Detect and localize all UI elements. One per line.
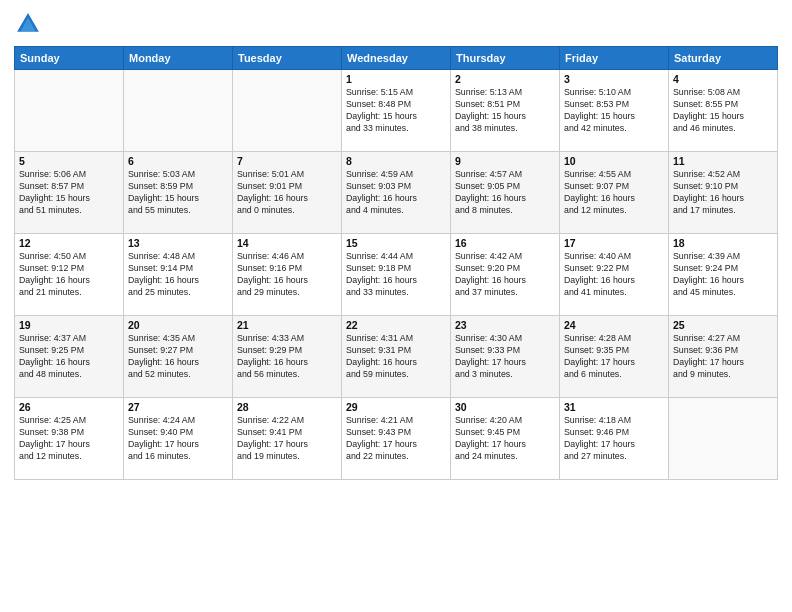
day-info: Sunrise: 4:42 AM Sunset: 9:20 PM Dayligh… [455, 251, 555, 299]
day-info: Sunrise: 4:57 AM Sunset: 9:05 PM Dayligh… [455, 169, 555, 217]
calendar-cell: 7Sunrise: 5:01 AM Sunset: 9:01 PM Daylig… [233, 152, 342, 234]
day-info: Sunrise: 4:33 AM Sunset: 9:29 PM Dayligh… [237, 333, 337, 381]
day-info: Sunrise: 4:52 AM Sunset: 9:10 PM Dayligh… [673, 169, 773, 217]
day-number: 14 [237, 237, 337, 249]
day-number: 23 [455, 319, 555, 331]
calendar-cell: 4Sunrise: 5:08 AM Sunset: 8:55 PM Daylig… [669, 70, 778, 152]
day-number: 2 [455, 73, 555, 85]
calendar-cell: 15Sunrise: 4:44 AM Sunset: 9:18 PM Dayli… [342, 234, 451, 316]
calendar-cell: 18Sunrise: 4:39 AM Sunset: 9:24 PM Dayli… [669, 234, 778, 316]
col-header-friday: Friday [560, 47, 669, 70]
col-header-monday: Monday [124, 47, 233, 70]
day-number: 31 [564, 401, 664, 413]
week-row-3: 19Sunrise: 4:37 AM Sunset: 9:25 PM Dayli… [15, 316, 778, 398]
day-number: 30 [455, 401, 555, 413]
day-info: Sunrise: 4:55 AM Sunset: 9:07 PM Dayligh… [564, 169, 664, 217]
calendar-cell: 29Sunrise: 4:21 AM Sunset: 9:43 PM Dayli… [342, 398, 451, 480]
day-info: Sunrise: 5:13 AM Sunset: 8:51 PM Dayligh… [455, 87, 555, 135]
day-number: 8 [346, 155, 446, 167]
calendar-cell: 30Sunrise: 4:20 AM Sunset: 9:45 PM Dayli… [451, 398, 560, 480]
calendar-cell: 24Sunrise: 4:28 AM Sunset: 9:35 PM Dayli… [560, 316, 669, 398]
calendar-cell: 20Sunrise: 4:35 AM Sunset: 9:27 PM Dayli… [124, 316, 233, 398]
col-header-wednesday: Wednesday [342, 47, 451, 70]
calendar-cell: 9Sunrise: 4:57 AM Sunset: 9:05 PM Daylig… [451, 152, 560, 234]
day-info: Sunrise: 4:59 AM Sunset: 9:03 PM Dayligh… [346, 169, 446, 217]
day-info: Sunrise: 5:15 AM Sunset: 8:48 PM Dayligh… [346, 87, 446, 135]
calendar-cell: 31Sunrise: 4:18 AM Sunset: 9:46 PM Dayli… [560, 398, 669, 480]
day-number: 29 [346, 401, 446, 413]
day-number: 6 [128, 155, 228, 167]
calendar-cell: 1Sunrise: 5:15 AM Sunset: 8:48 PM Daylig… [342, 70, 451, 152]
calendar-cell: 28Sunrise: 4:22 AM Sunset: 9:41 PM Dayli… [233, 398, 342, 480]
day-number: 11 [673, 155, 773, 167]
day-number: 9 [455, 155, 555, 167]
week-row-0: 1Sunrise: 5:15 AM Sunset: 8:48 PM Daylig… [15, 70, 778, 152]
calendar-cell [15, 70, 124, 152]
day-info: Sunrise: 4:31 AM Sunset: 9:31 PM Dayligh… [346, 333, 446, 381]
calendar-cell: 5Sunrise: 5:06 AM Sunset: 8:57 PM Daylig… [15, 152, 124, 234]
day-info: Sunrise: 5:03 AM Sunset: 8:59 PM Dayligh… [128, 169, 228, 217]
day-number: 13 [128, 237, 228, 249]
day-number: 7 [237, 155, 337, 167]
day-info: Sunrise: 4:18 AM Sunset: 9:46 PM Dayligh… [564, 415, 664, 463]
calendar-cell: 23Sunrise: 4:30 AM Sunset: 9:33 PM Dayli… [451, 316, 560, 398]
day-info: Sunrise: 4:40 AM Sunset: 9:22 PM Dayligh… [564, 251, 664, 299]
day-number: 28 [237, 401, 337, 413]
day-info: Sunrise: 5:08 AM Sunset: 8:55 PM Dayligh… [673, 87, 773, 135]
calendar-cell: 19Sunrise: 4:37 AM Sunset: 9:25 PM Dayli… [15, 316, 124, 398]
day-info: Sunrise: 5:06 AM Sunset: 8:57 PM Dayligh… [19, 169, 119, 217]
col-header-thursday: Thursday [451, 47, 560, 70]
col-header-tuesday: Tuesday [233, 47, 342, 70]
calendar-cell: 10Sunrise: 4:55 AM Sunset: 9:07 PM Dayli… [560, 152, 669, 234]
day-number: 10 [564, 155, 664, 167]
day-info: Sunrise: 4:35 AM Sunset: 9:27 PM Dayligh… [128, 333, 228, 381]
day-info: Sunrise: 4:37 AM Sunset: 9:25 PM Dayligh… [19, 333, 119, 381]
day-number: 3 [564, 73, 664, 85]
day-number: 1 [346, 73, 446, 85]
day-number: 26 [19, 401, 119, 413]
day-info: Sunrise: 4:30 AM Sunset: 9:33 PM Dayligh… [455, 333, 555, 381]
day-info: Sunrise: 4:44 AM Sunset: 9:18 PM Dayligh… [346, 251, 446, 299]
col-header-saturday: Saturday [669, 47, 778, 70]
calendar-cell [669, 398, 778, 480]
week-row-2: 12Sunrise: 4:50 AM Sunset: 9:12 PM Dayli… [15, 234, 778, 316]
calendar-cell: 26Sunrise: 4:25 AM Sunset: 9:38 PM Dayli… [15, 398, 124, 480]
day-info: Sunrise: 5:01 AM Sunset: 9:01 PM Dayligh… [237, 169, 337, 217]
calendar-cell: 11Sunrise: 4:52 AM Sunset: 9:10 PM Dayli… [669, 152, 778, 234]
calendar-table: SundayMondayTuesdayWednesdayThursdayFrid… [14, 46, 778, 480]
day-number: 22 [346, 319, 446, 331]
calendar-cell: 12Sunrise: 4:50 AM Sunset: 9:12 PM Dayli… [15, 234, 124, 316]
day-number: 25 [673, 319, 773, 331]
day-number: 17 [564, 237, 664, 249]
week-row-1: 5Sunrise: 5:06 AM Sunset: 8:57 PM Daylig… [15, 152, 778, 234]
day-number: 16 [455, 237, 555, 249]
day-number: 27 [128, 401, 228, 413]
calendar-cell: 8Sunrise: 4:59 AM Sunset: 9:03 PM Daylig… [342, 152, 451, 234]
calendar-cell [233, 70, 342, 152]
day-info: Sunrise: 4:50 AM Sunset: 9:12 PM Dayligh… [19, 251, 119, 299]
day-info: Sunrise: 4:39 AM Sunset: 9:24 PM Dayligh… [673, 251, 773, 299]
day-number: 24 [564, 319, 664, 331]
page: SundayMondayTuesdayWednesdayThursdayFrid… [0, 0, 792, 612]
day-info: Sunrise: 4:24 AM Sunset: 9:40 PM Dayligh… [128, 415, 228, 463]
calendar-cell: 25Sunrise: 4:27 AM Sunset: 9:36 PM Dayli… [669, 316, 778, 398]
day-number: 4 [673, 73, 773, 85]
calendar-cell: 21Sunrise: 4:33 AM Sunset: 9:29 PM Dayli… [233, 316, 342, 398]
calendar-cell: 27Sunrise: 4:24 AM Sunset: 9:40 PM Dayli… [124, 398, 233, 480]
calendar-cell: 14Sunrise: 4:46 AM Sunset: 9:16 PM Dayli… [233, 234, 342, 316]
day-number: 19 [19, 319, 119, 331]
calendar-cell: 13Sunrise: 4:48 AM Sunset: 9:14 PM Dayli… [124, 234, 233, 316]
day-info: Sunrise: 4:28 AM Sunset: 9:35 PM Dayligh… [564, 333, 664, 381]
header [14, 10, 778, 38]
day-number: 12 [19, 237, 119, 249]
calendar-cell: 17Sunrise: 4:40 AM Sunset: 9:22 PM Dayli… [560, 234, 669, 316]
day-number: 5 [19, 155, 119, 167]
day-info: Sunrise: 4:25 AM Sunset: 9:38 PM Dayligh… [19, 415, 119, 463]
day-info: Sunrise: 4:48 AM Sunset: 9:14 PM Dayligh… [128, 251, 228, 299]
calendar-cell: 22Sunrise: 4:31 AM Sunset: 9:31 PM Dayli… [342, 316, 451, 398]
logo-icon [14, 10, 42, 38]
col-header-sunday: Sunday [15, 47, 124, 70]
day-info: Sunrise: 4:22 AM Sunset: 9:41 PM Dayligh… [237, 415, 337, 463]
day-info: Sunrise: 4:46 AM Sunset: 9:16 PM Dayligh… [237, 251, 337, 299]
calendar-cell: 6Sunrise: 5:03 AM Sunset: 8:59 PM Daylig… [124, 152, 233, 234]
